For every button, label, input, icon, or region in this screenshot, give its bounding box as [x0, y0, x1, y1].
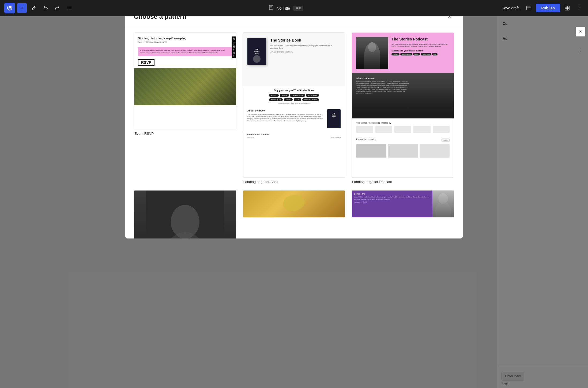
platform-apple[interactable]: Apple Podcasts	[400, 53, 412, 55]
document-icon	[269, 5, 273, 11]
svg-rect-4	[269, 5, 273, 10]
add-block-button[interactable]: +	[17, 3, 27, 13]
book-buy-buttons: Amazon Audible Barnes & Noble Apple Book…	[247, 94, 341, 97]
view-button[interactable]	[524, 3, 534, 13]
platform-youtube[interactable]: YouTube	[391, 53, 399, 55]
publish-button[interactable]: Publish	[536, 4, 560, 12]
pattern-label-event-rsvp: Event RSVP	[134, 132, 236, 136]
modal-outer-close-button[interactable]: ×	[576, 27, 585, 36]
buy-btn-bookshop[interactable]: Bookshop.org	[269, 98, 283, 101]
buy-btn-barnes[interactable]: Barnes & Noble	[290, 94, 305, 97]
svg-point-28	[435, 201, 451, 217]
topbar: +	[0, 0, 588, 16]
podcast-explore-btn[interactable]: Podcast	[442, 139, 450, 142]
platform-rss[interactable]: RSS	[432, 53, 438, 55]
episode-thumb-1[interactable]	[356, 144, 386, 158]
event-title: Stories, historias, історії, ιστορίες	[138, 36, 191, 40]
event-pink-text: This immersive event celebrates the univ…	[140, 49, 230, 54]
modal-body[interactable]: FREE WORKSHOP Stories, historias, історі…	[125, 26, 463, 238]
lewis-hine-photo	[432, 191, 454, 217]
podcast-about-event-text: Held over a weekend, the event is struct…	[356, 81, 410, 94]
food-preview	[243, 191, 345, 217]
book-countries: Australia New Zealand	[247, 137, 341, 138]
episode-thumb-3[interactable]	[420, 144, 450, 158]
lewis-hine-social: Instagram · X · TikTok	[354, 201, 430, 203]
buy-btn-spotify[interactable]: Spotify	[284, 98, 292, 101]
more-options-button[interactable]: ⋮	[574, 3, 584, 13]
podcast-about-event: About the Event Held over a weekend, the…	[356, 77, 410, 94]
food-blob-shape	[283, 195, 305, 211]
event-rsvp-preview: FREE WORKSHOP Stories, historias, історі…	[134, 33, 236, 129]
edit-button[interactable]	[29, 3, 39, 13]
svg-rect-11	[567, 6, 569, 8]
pattern-item-event-rsvp[interactable]: FREE WORKSHOP Stories, historias, історі…	[134, 32, 236, 184]
country-nz: New Zealand	[331, 137, 341, 138]
redo-icon	[55, 5, 60, 11]
book-intl-link[interactable]: international editions	[295, 102, 310, 104]
photo-dark-bg: I'm Asahachi Kōno, a Japanese photograph…	[134, 191, 236, 238]
lewis-hine-info: Lewis Hine Lewis W. Hine studied sociolo…	[352, 191, 432, 217]
book-info: The Stories Book A fine collection of mo…	[270, 38, 341, 53]
buy-btn-amazon[interactable]: Amazon	[269, 94, 279, 97]
redo-button[interactable]	[52, 3, 62, 13]
event-date: Dec 12, 2024 — 10AM to 6PM	[138, 41, 232, 43]
sponsor-logo-4	[413, 126, 430, 133]
country-australia: Australia	[247, 137, 254, 138]
pattern-item-book-landing[interactable]: TheStoriesBook The Stories Book A fine c…	[243, 32, 345, 184]
three-dot-menu[interactable]: ⋮	[578, 47, 583, 53]
buy-btn-bw[interactable]: B&W	[294, 98, 301, 101]
podcast-person-head	[368, 42, 376, 52]
book-buy-buttons-2: Bookshop.org Spotify B&W Simon & Schuste…	[247, 98, 341, 101]
tools-icon	[66, 5, 72, 11]
podcast-photo	[356, 37, 388, 69]
book-cover-small: TheStoriesBook	[327, 109, 341, 128]
pattern-item-photographer[interactable]: I'm Asahachi Kōno, a Japanese photograph…	[134, 190, 236, 238]
topbar-center: No Title ⌘K	[76, 5, 496, 11]
podcast-landing-preview: The Stories Podcast Storytelling, expert…	[352, 33, 454, 177]
pattern-preview-event-rsvp: FREE WORKSHOP Stories, historias, історі…	[134, 32, 236, 129]
podcast-about-event-title: About the Event	[356, 77, 410, 80]
podcast-person-body	[364, 42, 380, 69]
undo-icon	[43, 5, 48, 11]
tools-button[interactable]	[64, 3, 74, 13]
book-cover: TheStoriesBook	[247, 38, 266, 65]
podcast-explore-title: Explore the episodes	[356, 138, 376, 140]
pattern-item-lewis-hine[interactable]: Lewis Hine Lewis W. Hine studied sociolo…	[352, 190, 454, 238]
episode-thumb-2[interactable]	[388, 144, 418, 158]
save-draft-button[interactable]: Save draft	[499, 4, 522, 12]
svg-rect-14	[146, 191, 224, 238]
svg-rect-13	[567, 8, 569, 10]
view-icon	[526, 5, 532, 11]
buy-btn-simon[interactable]: Simon & Schuster	[302, 98, 319, 101]
sponsor-logo-5	[433, 126, 450, 133]
outer-close-icon: ×	[579, 29, 582, 35]
settings-button[interactable]	[562, 3, 572, 13]
platform-pocket[interactable]: Pocket Casts	[421, 53, 431, 55]
sponsor-logo-1	[356, 126, 373, 133]
choose-pattern-modal: Choose a pattern × FREE WORKSHOP Stories…	[125, 5, 463, 238]
more-dots-icon: ⋮	[576, 5, 582, 11]
sponsor-logo-2	[375, 126, 392, 133]
pattern-preview-photographer: I'm Asahachi Kōno, a Japanese photograph…	[134, 190, 236, 238]
book-about-section: About the book This exquisite compilatio…	[243, 107, 345, 131]
svg-point-16	[162, 232, 209, 238]
pattern-item-food[interactable]	[243, 190, 345, 238]
book-about-title: About the book	[247, 109, 324, 112]
event-top-section: Stories, historias, історії, ιστορίες De…	[134, 33, 236, 46]
pencil-icon	[31, 5, 36, 11]
podcast-subscribe-label: Subscribe on your favorite platform	[391, 50, 450, 52]
pattern-item-podcast-landing[interactable]: The Stories Podcast Storytelling, expert…	[352, 32, 454, 184]
svg-rect-10	[565, 6, 567, 8]
book-top-section: TheStoriesBook The Stories Book A fine c…	[243, 33, 345, 86]
buy-btn-apple[interactable]: Apple Books	[306, 94, 319, 97]
undo-button[interactable]	[41, 3, 50, 13]
topbar-right: Save draft Publish ⋮	[499, 3, 584, 13]
book-intl-editions: International editions Australia New Zea…	[243, 131, 345, 140]
podcast-explore-section: Explore the episodes Podcast	[352, 136, 454, 158]
book-buy-title: Buy your copy of The Stories Book	[247, 89, 341, 92]
photographer-silhouette: I'm Asahachi Kōno, a Japanese photograph…	[134, 191, 236, 238]
pattern-preview-podcast-landing: The Stories Podcast Storytelling, expert…	[352, 32, 454, 178]
book-landing-preview: TheStoriesBook The Stories Book A fine c…	[243, 33, 345, 177]
platform-spotify[interactable]: Spotify	[413, 53, 420, 55]
buy-btn-audible[interactable]: Audible	[280, 94, 289, 97]
